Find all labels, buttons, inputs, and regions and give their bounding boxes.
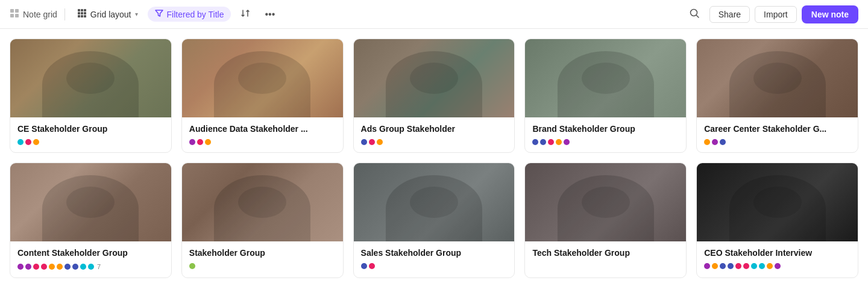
more-icon: ••• <box>265 9 275 20</box>
card-thumbnail-9 <box>525 163 686 241</box>
dot <box>369 263 375 269</box>
layout-label: Grid layout <box>90 10 131 19</box>
toolbar: Note grid Grid layout ▾ <box>0 0 868 29</box>
dot <box>712 139 718 145</box>
sort-button[interactable] <box>236 6 255 23</box>
svg-rect-6 <box>84 9 86 11</box>
card-body-2: Audience Data Stakeholder ... <box>182 117 343 152</box>
dot <box>540 139 546 145</box>
card-dots-1 <box>17 139 164 145</box>
dot <box>33 264 39 270</box>
dot <box>735 263 741 269</box>
dot <box>189 263 195 269</box>
grid-layout-icon <box>77 8 87 20</box>
card-dots-6: 7 <box>17 263 164 270</box>
svg-point-13 <box>690 9 697 16</box>
card-body-3: Ads Group Stakeholder <box>354 117 515 152</box>
toolbar-right: Share Import New note <box>684 5 858 23</box>
svg-rect-9 <box>84 12 86 14</box>
card-dots-5 <box>704 139 851 145</box>
import-button[interactable]: Import <box>755 6 797 23</box>
svg-rect-10 <box>78 15 80 17</box>
card-body-6: Content Stakeholder Group7 <box>10 241 171 278</box>
card-title-7: Stakeholder Group <box>189 247 336 258</box>
card-5[interactable]: Career Center Stakeholder G... <box>696 39 858 153</box>
svg-rect-8 <box>81 12 83 14</box>
card-thumbnail-6 <box>10 163 171 241</box>
dot <box>767 263 773 269</box>
dot <box>205 139 211 145</box>
dot <box>556 139 562 145</box>
filter-icon <box>155 9 163 19</box>
dot <box>377 139 383 145</box>
card-2[interactable]: Audience Data Stakeholder ... <box>181 39 344 153</box>
card-title-6: Content Stakeholder Group <box>17 247 164 258</box>
card-title-1: CE Stakeholder Group <box>17 123 164 134</box>
card-4[interactable]: Brand Stakeholder Group <box>524 39 687 153</box>
dot <box>25 139 31 145</box>
card-thumbnail-10 <box>697 163 858 241</box>
new-note-button[interactable]: New note <box>802 5 858 23</box>
card-dots-2 <box>189 139 336 145</box>
card-10[interactable]: CEO Stakeholder Interview <box>696 163 858 278</box>
more-button[interactable]: ••• <box>260 7 280 22</box>
dot <box>17 139 24 145</box>
dot <box>712 263 718 269</box>
note-grid: CE Stakeholder GroupAudience Data Stakeh… <box>0 29 868 288</box>
search-icon <box>689 10 700 20</box>
dot <box>751 263 757 269</box>
dot <box>728 263 734 269</box>
card-7[interactable]: Stakeholder Group <box>181 163 344 278</box>
card-9[interactable]: Tech Stakeholder Group <box>524 163 687 278</box>
toolbar-divider-1 <box>64 8 65 20</box>
count-badge: 7 <box>97 263 101 270</box>
chevron-down-icon: ▾ <box>135 11 138 17</box>
dot <box>72 264 78 270</box>
share-button[interactable]: Share <box>709 6 750 23</box>
card-thumbnail-5 <box>697 39 858 117</box>
card-body-8: Sales Stakeholder Group <box>354 241 515 276</box>
dot <box>41 264 47 270</box>
svg-rect-7 <box>78 12 80 14</box>
dot <box>57 264 63 270</box>
filter-button[interactable]: Filtered by Title <box>148 7 231 22</box>
card-title-4: Brand Stakeholder Group <box>532 123 679 134</box>
dot <box>369 139 375 145</box>
card-title-5: Career Center Stakeholder G... <box>704 123 851 134</box>
svg-rect-1 <box>15 9 19 13</box>
dot <box>361 263 367 269</box>
card-dots-7 <box>189 263 336 269</box>
card-thumbnail-2 <box>182 39 343 117</box>
card-dots-4 <box>532 139 679 145</box>
svg-rect-2 <box>10 14 14 17</box>
card-title-10: CEO Stakeholder Interview <box>704 247 851 258</box>
card-1[interactable]: CE Stakeholder Group <box>10 39 172 153</box>
card-body-9: Tech Stakeholder Group <box>525 241 686 270</box>
new-note-label: New note <box>811 10 849 19</box>
toolbar-left: Note grid Grid layout ▾ <box>10 6 682 23</box>
card-dots-10 <box>704 263 851 269</box>
dot <box>548 139 554 145</box>
svg-rect-3 <box>15 14 19 17</box>
share-label: Share <box>719 10 741 19</box>
dot <box>759 263 765 269</box>
card-8[interactable]: Sales Stakeholder Group <box>353 163 515 278</box>
svg-rect-5 <box>81 9 83 11</box>
svg-rect-11 <box>81 15 83 17</box>
card-dots-3 <box>361 139 508 145</box>
search-button[interactable] <box>684 5 705 23</box>
card-6[interactable]: Content Stakeholder Group7 <box>10 163 172 278</box>
card-title-2: Audience Data Stakeholder ... <box>189 123 336 134</box>
dot <box>564 139 570 145</box>
dot <box>197 139 203 145</box>
dot <box>17 264 24 270</box>
note-grid-nav[interactable]: Note grid <box>10 8 57 20</box>
dot <box>64 264 71 270</box>
card-thumbnail-8 <box>354 163 515 241</box>
dot <box>88 264 94 270</box>
card-title-3: Ads Group Stakeholder <box>361 123 508 134</box>
card-dots-8 <box>361 263 508 269</box>
layout-button[interactable]: Grid layout ▾ <box>72 6 143 22</box>
card-3[interactable]: Ads Group Stakeholder <box>353 39 515 153</box>
card-body-1: CE Stakeholder Group <box>10 117 171 152</box>
